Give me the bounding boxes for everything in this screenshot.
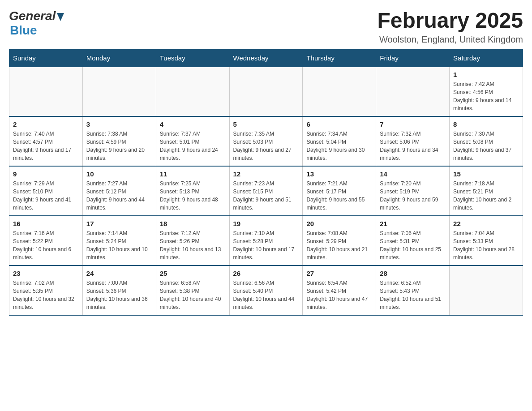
logo: General Blue [9,9,64,38]
calendar-day-9: 9Sunrise: 7:29 AMSunset: 5:10 PMDaylight… [9,166,83,216]
logo-blue-text: Blue [10,23,37,37]
calendar-day-28: 28Sunrise: 6:52 AMSunset: 5:43 PMDayligh… [376,265,450,315]
calendar-empty-cell [82,67,156,116]
calendar-week-row: 1Sunrise: 7:42 AMSunset: 4:56 PMDaylight… [9,67,523,116]
day-number: 5 [233,120,299,128]
day-info: Sunrise: 7:21 AMSunset: 5:17 PMDaylight:… [306,180,372,212]
day-info: Sunrise: 7:08 AMSunset: 5:29 PMDaylight:… [306,229,372,261]
logo-general-text: General [9,9,56,23]
calendar-day-header-thursday: Thursday [303,49,376,67]
day-number: 28 [380,270,446,277]
day-info: Sunrise: 7:14 AMSunset: 5:24 PMDaylight:… [86,229,152,261]
day-number: 19 [233,220,299,227]
svg-marker-0 [57,13,64,21]
calendar-day-7: 7Sunrise: 7:32 AMSunset: 5:06 PMDaylight… [376,116,450,166]
calendar-day-12: 12Sunrise: 7:23 AMSunset: 5:15 PMDayligh… [229,166,303,216]
calendar-day-5: 5Sunrise: 7:35 AMSunset: 5:03 PMDaylight… [229,116,303,166]
day-number: 13 [306,170,372,178]
day-info: Sunrise: 7:30 AMSunset: 5:08 PMDaylight:… [453,130,519,162]
day-number: 20 [306,220,372,227]
calendar-empty-cell [156,67,229,116]
day-number: 25 [160,270,226,277]
calendar-day-20: 20Sunrise: 7:08 AMSunset: 5:29 PMDayligh… [303,216,376,265]
day-info: Sunrise: 6:54 AMSunset: 5:42 PMDaylight:… [306,279,372,311]
day-number: 2 [13,120,79,128]
month-title: February 2025 [377,9,523,33]
day-number: 7 [380,120,446,128]
calendar-day-2: 2Sunrise: 7:40 AMSunset: 4:57 PMDaylight… [9,116,83,166]
calendar-table: SundayMondayTuesdayWednesdayThursdayFrid… [9,49,523,316]
day-number: 9 [13,170,79,178]
day-number: 18 [160,220,226,227]
day-info: Sunrise: 7:20 AMSunset: 5:19 PMDaylight:… [380,180,446,212]
calendar-day-22: 22Sunrise: 7:04 AMSunset: 5:33 PMDayligh… [450,216,523,265]
day-number: 26 [233,270,299,277]
calendar-week-row: 9Sunrise: 7:29 AMSunset: 5:10 PMDaylight… [9,166,523,216]
day-info: Sunrise: 7:32 AMSunset: 5:06 PMDaylight:… [380,130,446,162]
day-info: Sunrise: 6:58 AMSunset: 5:38 PMDaylight:… [160,279,226,311]
day-number: 4 [160,120,226,128]
day-info: Sunrise: 7:02 AMSunset: 5:35 PMDaylight:… [13,279,79,311]
day-info: Sunrise: 7:38 AMSunset: 4:59 PMDaylight:… [86,130,152,162]
calendar-day-19: 19Sunrise: 7:10 AMSunset: 5:28 PMDayligh… [229,216,303,265]
calendar-week-row: 23Sunrise: 7:02 AMSunset: 5:35 PMDayligh… [9,265,523,315]
day-info: Sunrise: 7:04 AMSunset: 5:33 PMDaylight:… [453,229,519,261]
calendar-empty-cell [376,67,450,116]
page-header: General Blue February 2025 Woolston, Eng… [9,9,523,45]
calendar-day-16: 16Sunrise: 7:16 AMSunset: 5:22 PMDayligh… [9,216,83,265]
calendar-day-6: 6Sunrise: 7:34 AMSunset: 5:04 PMDaylight… [303,116,376,166]
calendar-week-row: 2Sunrise: 7:40 AMSunset: 4:57 PMDaylight… [9,116,523,166]
calendar-empty-cell [303,67,376,116]
calendar-empty-cell [450,265,523,315]
day-number: 21 [380,220,446,227]
day-info: Sunrise: 7:29 AMSunset: 5:10 PMDaylight:… [13,180,79,212]
calendar-day-header-wednesday: Wednesday [229,49,303,67]
day-number: 16 [13,220,79,227]
title-section: February 2025 Woolston, England, United … [377,9,523,45]
calendar-day-header-saturday: Saturday [450,49,523,67]
day-info: Sunrise: 7:25 AMSunset: 5:13 PMDaylight:… [160,180,226,212]
calendar-day-18: 18Sunrise: 7:12 AMSunset: 5:26 PMDayligh… [156,216,229,265]
calendar-day-17: 17Sunrise: 7:14 AMSunset: 5:24 PMDayligh… [82,216,156,265]
calendar-day-header-sunday: Sunday [9,49,83,67]
logo-arrow-icon [57,13,64,23]
day-info: Sunrise: 7:00 AMSunset: 5:36 PMDaylight:… [86,279,152,311]
day-info: Sunrise: 7:35 AMSunset: 5:03 PMDaylight:… [233,130,299,162]
day-number: 12 [233,170,299,178]
calendar-day-23: 23Sunrise: 7:02 AMSunset: 5:35 PMDayligh… [9,265,83,315]
day-number: 1 [453,71,519,78]
day-number: 23 [13,270,79,277]
day-info: Sunrise: 7:18 AMSunset: 5:21 PMDaylight:… [453,180,519,212]
calendar-empty-cell [9,67,83,116]
day-info: Sunrise: 6:52 AMSunset: 5:43 PMDaylight:… [380,279,446,311]
calendar-day-4: 4Sunrise: 7:37 AMSunset: 5:01 PMDaylight… [156,116,229,166]
calendar-day-27: 27Sunrise: 6:54 AMSunset: 5:42 PMDayligh… [303,265,376,315]
day-number: 10 [86,170,152,178]
day-info: Sunrise: 7:10 AMSunset: 5:28 PMDaylight:… [233,229,299,261]
day-number: 8 [453,120,519,128]
day-info: Sunrise: 6:56 AMSunset: 5:40 PMDaylight:… [233,279,299,311]
location-text: Woolston, England, United Kingdom [377,34,523,45]
day-info: Sunrise: 7:34 AMSunset: 5:04 PMDaylight:… [306,130,372,162]
day-number: 3 [86,120,152,128]
day-info: Sunrise: 7:16 AMSunset: 5:22 PMDaylight:… [13,229,79,261]
day-number: 22 [453,220,519,227]
day-number: 11 [160,170,226,178]
day-info: Sunrise: 7:06 AMSunset: 5:31 PMDaylight:… [380,229,446,261]
calendar-day-25: 25Sunrise: 6:58 AMSunset: 5:38 PMDayligh… [156,265,229,315]
calendar-day-13: 13Sunrise: 7:21 AMSunset: 5:17 PMDayligh… [303,166,376,216]
calendar-day-header-monday: Monday [82,49,156,67]
calendar-day-14: 14Sunrise: 7:20 AMSunset: 5:19 PMDayligh… [376,166,450,216]
calendar-day-10: 10Sunrise: 7:27 AMSunset: 5:12 PMDayligh… [82,166,156,216]
calendar-day-3: 3Sunrise: 7:38 AMSunset: 4:59 PMDaylight… [82,116,156,166]
calendar-day-15: 15Sunrise: 7:18 AMSunset: 5:21 PMDayligh… [450,166,523,216]
calendar-day-21: 21Sunrise: 7:06 AMSunset: 5:31 PMDayligh… [376,216,450,265]
day-info: Sunrise: 7:23 AMSunset: 5:15 PMDaylight:… [233,180,299,212]
calendar-day-1: 1Sunrise: 7:42 AMSunset: 4:56 PMDaylight… [450,67,523,116]
calendar-empty-cell [229,67,303,116]
day-number: 24 [86,270,152,277]
day-number: 17 [86,220,152,227]
day-number: 15 [453,170,519,178]
day-number: 14 [380,170,446,178]
calendar-day-11: 11Sunrise: 7:25 AMSunset: 5:13 PMDayligh… [156,166,229,216]
